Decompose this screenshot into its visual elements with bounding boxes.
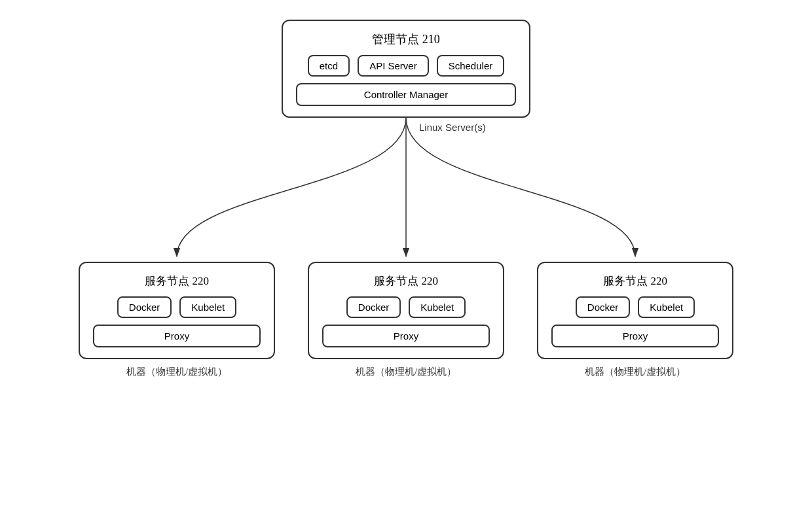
- machine-label-2: 机器（物理机/虚拟机）: [308, 366, 504, 378]
- controller-manager-box: Controller Manager: [296, 83, 516, 106]
- master-components-row: etcd API Server Scheduler: [296, 55, 516, 77]
- worker-components-row-3: Docker Kubelet: [551, 296, 719, 318]
- machine-label-3: 机器（物理机/虚拟机）: [537, 366, 733, 378]
- linux-server-label: Linux Server(s): [419, 122, 486, 133]
- api-server-box: API Server: [358, 55, 429, 77]
- etcd-box: etcd: [308, 55, 350, 77]
- worker-components-row-2: Docker Kubelet: [322, 296, 490, 318]
- proxy-box-2: Proxy: [322, 325, 490, 347]
- kubelet-box-2: Kubelet: [409, 296, 466, 318]
- docker-box-1: Docker: [117, 296, 172, 318]
- worker-node-title-2: 服务节点 220: [322, 273, 490, 289]
- worker-components-row-1: Docker Kubelet: [93, 296, 261, 318]
- worker-node-title-1: 服务节点 220: [93, 273, 261, 289]
- kubelet-box-1: Kubelet: [179, 296, 236, 318]
- machine-label-1: 机器（物理机/虚拟机）: [79, 366, 275, 378]
- worker-node-box-3: 服务节点 220 Docker Kubelet Proxy: [537, 262, 733, 359]
- proxy-box-1: Proxy: [93, 325, 261, 347]
- master-node-title: 管理节点 210: [296, 31, 516, 47]
- proxy-box-3: Proxy: [551, 325, 719, 347]
- master-node: 管理节点 210 etcd API Server Scheduler Contr…: [282, 20, 530, 118]
- docker-box-2: Docker: [346, 296, 401, 318]
- scheduler-box: Scheduler: [437, 55, 505, 77]
- worker-node-title-3: 服务节点 220: [551, 273, 719, 289]
- worker-node-3: 服务节点 220 Docker Kubelet Proxy 机器（物理机/虚拟机…: [537, 262, 733, 378]
- worker-node-box-1: 服务节点 220 Docker Kubelet Proxy: [79, 262, 275, 359]
- worker-node-box-2: 服务节点 220 Docker Kubelet Proxy: [308, 262, 504, 359]
- worker-node-1: 服务节点 220 Docker Kubelet Proxy 机器（物理机/虚拟机…: [79, 262, 275, 378]
- kubelet-box-3: Kubelet: [638, 296, 695, 318]
- diagram-container: 管理节点 210 etcd API Server Scheduler Contr…: [0, 0, 812, 511]
- worker-row: 服务节点 220 Docker Kubelet Proxy 机器（物理机/虚拟机…: [79, 262, 733, 378]
- docker-box-3: Docker: [576, 296, 631, 318]
- worker-node-2: 服务节点 220 Docker Kubelet Proxy 机器（物理机/虚拟机…: [308, 262, 504, 378]
